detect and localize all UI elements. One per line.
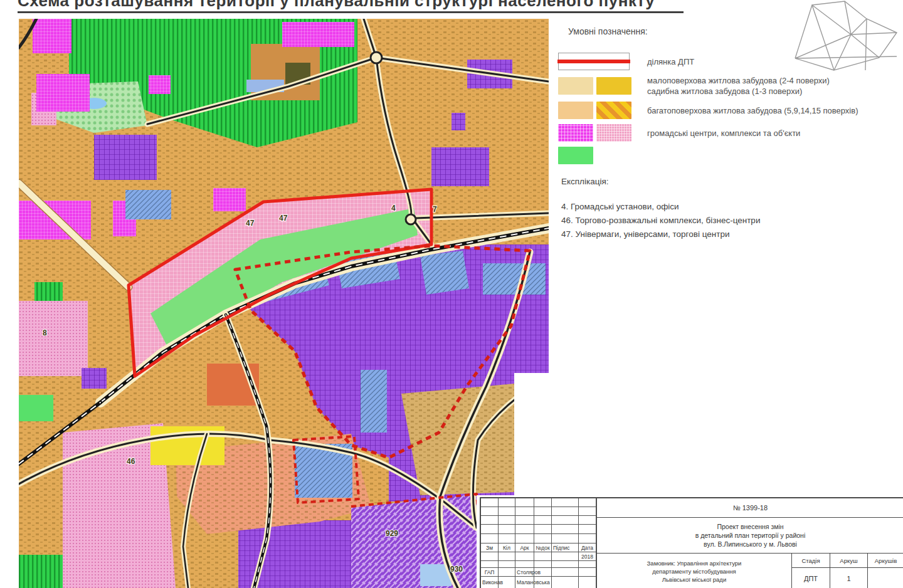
stamp-cell (499, 568, 515, 577)
stamp-cell (579, 577, 596, 588)
yellow-hatched-swatch (596, 102, 631, 119)
legend-item-public-centres: громадські центри, комплекси та об'єкти (558, 124, 903, 142)
stamp-cell: 2018 (579, 552, 596, 561)
stamp-cell (499, 507, 515, 516)
dpt-line-swatch (558, 53, 630, 70)
stamp-cell (552, 516, 579, 525)
title-block: ЗмКілАрк№докПідписДата2018ГАПСтоляровВик… (480, 497, 903, 588)
stamp-cell: ГАП (481, 568, 499, 577)
project-line: Проект внесення змін (717, 522, 783, 531)
stamp-grid: ЗмКілАрк№докПідписДата2018ГАПСтоляровВик… (481, 498, 597, 588)
tan-swatch (558, 77, 593, 95)
explication: Експлікація: 4. Громадські установи, офі… (561, 177, 900, 241)
sheets-column: Аркушів (868, 554, 903, 588)
stamp-cell (534, 525, 552, 534)
stamp-cell: Столяров (515, 568, 534, 577)
stamp-cell: Кіл (499, 543, 515, 552)
gold-swatch (596, 77, 631, 95)
stamp-cell (579, 516, 596, 525)
legend-item-low-rise: малоповерхова житлова забудова (2-4 пове… (558, 75, 903, 97)
stamp-cell (481, 516, 499, 525)
stamp-cell (481, 498, 499, 507)
stamp-cell (552, 561, 579, 568)
stamp-cell: Арк (515, 543, 534, 552)
stamp-cell (534, 561, 552, 568)
stamp-cell: Зм (481, 543, 499, 552)
legend-item-green (558, 147, 903, 164)
legend-label-2line: малоповерхова житлова забудова (2-4 пове… (647, 75, 830, 97)
map-area-label: 4 (391, 204, 396, 213)
stamp-cell: Дата (579, 543, 596, 552)
stamp-cell (579, 561, 596, 568)
legend-label: громадські центри, комплекси та об'єкти (647, 128, 800, 139)
customer-line: департаменту містобудування (652, 567, 736, 575)
stage-column: Стадія ДПТ (792, 554, 830, 588)
stamp-cell (515, 507, 534, 516)
stamp-cell: Підпис (552, 543, 579, 552)
stamp-cell: Виконав (481, 577, 499, 588)
stamp-cell (552, 525, 579, 534)
stamp-cell (481, 507, 499, 516)
legend-label: ділянка ДПТ (647, 56, 694, 67)
stamp-cell (552, 507, 579, 516)
stamp-cell (552, 498, 579, 507)
explication-heading: Експлікація: (561, 177, 900, 186)
explication-item: 46. Торгово-розважальні комплекси, бізне… (561, 214, 900, 228)
project-line: вул. В.Липинського у м. Львові (704, 540, 797, 549)
legend-item-dpt: ділянка ДПТ (558, 53, 903, 70)
sheet-column: Аркуш 1 (830, 554, 868, 588)
stamp-cell (534, 516, 552, 525)
stamp-cell (534, 552, 552, 561)
stamp-cell (515, 516, 534, 525)
legend-heading: Умовні позначення: (568, 26, 903, 36)
map-area-label: 929 (386, 529, 398, 538)
stamp-cell (552, 568, 579, 577)
customer-line: Замовник: Управління архітектури (647, 559, 742, 567)
stamp-cell (481, 561, 499, 568)
map-lilac-zone (351, 494, 477, 588)
stamp-cell (552, 577, 579, 588)
page-title: Схема розташування території у плануваль… (18, 0, 684, 13)
stamp-cell (515, 498, 534, 507)
stamp-cell (534, 507, 552, 516)
stamp-cell (515, 561, 534, 568)
stamp-cell (481, 525, 499, 534)
stamp-cell (499, 525, 515, 534)
city-map: 474747468929930 (19, 19, 549, 588)
stage-header: Стадія (792, 554, 830, 568)
legend-label: багатоповерхова житлова забудова (5,9,14… (647, 105, 858, 116)
pink-grid-swatch (596, 124, 631, 142)
legend: Умовні позначення: ділянка ДПТ малоповер… (558, 23, 903, 169)
sheets-header: Аркушів (868, 554, 903, 568)
stamp-cell (499, 498, 515, 507)
stamp-cell (499, 516, 515, 525)
map-area-label: 47 (246, 219, 255, 228)
stamp-cell: №док (534, 543, 552, 552)
explication-item: 4. Громадські установи, офіси (561, 200, 900, 214)
document-number: № 1399-18 (597, 498, 903, 518)
map-area-label: 46 (127, 457, 135, 466)
stamp-cell (552, 552, 579, 561)
stamp-cell (534, 498, 552, 507)
legend-label: садибна житлова забудова (1-3 поверхи) (647, 86, 830, 97)
map-area-label: 7 (433, 205, 437, 214)
explication-item: 47. Універмаги, універсами, торгові цент… (561, 228, 900, 241)
stamp-cell (534, 534, 552, 543)
stamp-cell (499, 534, 515, 543)
orange-tan-swatch (558, 102, 593, 119)
sheets-value (868, 568, 903, 588)
magenta-grid-swatch (558, 124, 593, 142)
stage-value: ДПТ (792, 568, 830, 588)
stamp-cell (552, 534, 579, 543)
map-area-label: 47 (279, 214, 288, 223)
green-swatch (558, 147, 593, 164)
project-line: в детальний план території у районі (695, 531, 806, 540)
sheet-value: 1 (830, 568, 867, 588)
stamp-cell (481, 552, 499, 561)
stamp-cell (515, 534, 534, 543)
sheet-header: Аркуш (830, 554, 867, 568)
stamp-cell (579, 525, 596, 534)
stamp-cell (579, 498, 596, 507)
map-area-label: 930 (450, 565, 463, 574)
project-title: Проект внесення змін в детальний план те… (597, 518, 903, 554)
